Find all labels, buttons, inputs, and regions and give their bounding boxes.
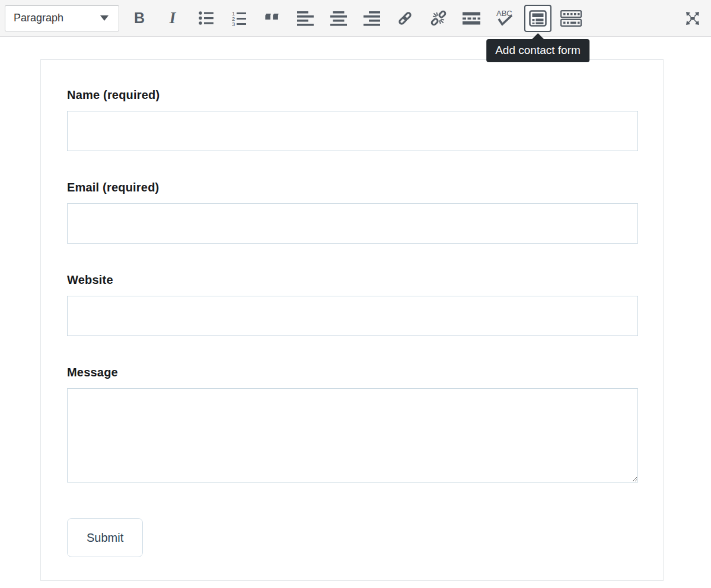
align-left-button[interactable] <box>294 5 317 31</box>
read-more-icon <box>463 11 480 26</box>
spellcheck-icon: ABC <box>494 9 515 27</box>
italic-icon: I <box>170 10 176 26</box>
read-more-button[interactable] <box>460 5 483 31</box>
message-field-label: Message <box>67 366 638 379</box>
blockquote-icon: “ <box>262 14 282 29</box>
align-right-icon <box>364 10 380 26</box>
keyboard-icon <box>560 10 582 27</box>
unlink-icon <box>431 10 447 26</box>
name-field-group: Name (required) <box>67 88 638 151</box>
blockquote-button[interactable]: “ <box>260 5 284 31</box>
message-field-group: Message <box>67 366 638 482</box>
fullscreen-button[interactable] <box>681 5 704 31</box>
numbered-list-button[interactable]: 1 2 3 <box>227 5 251 31</box>
bullet-list-icon <box>198 10 213 26</box>
name-field[interactable] <box>67 111 638 151</box>
chevron-down-icon <box>100 15 109 21</box>
align-right-button[interactable] <box>360 5 384 31</box>
align-center-button[interactable] <box>327 5 350 31</box>
link-button[interactable] <box>393 5 417 31</box>
submit-button[interactable]: Submit <box>67 518 143 557</box>
align-center-icon <box>330 10 347 26</box>
email-field-label: Email (required) <box>67 181 638 194</box>
svg-text:3: 3 <box>232 21 235 27</box>
format-dropdown-label: Paragraph <box>14 12 100 24</box>
website-field-group: Website <box>67 273 638 336</box>
website-field[interactable] <box>67 296 638 336</box>
bullet-list-button[interactable] <box>194 5 218 31</box>
align-left-icon <box>297 10 314 26</box>
bold-icon: B <box>134 11 145 25</box>
bold-button[interactable]: B <box>127 5 151 31</box>
toolbar-buttons: B I 1 2 3 <box>127 5 592 32</box>
numbered-list-icon: 1 2 3 <box>231 10 247 27</box>
format-dropdown[interactable]: Paragraph <box>5 5 119 31</box>
email-field-group: Email (required) <box>67 181 638 244</box>
email-field[interactable] <box>67 203 638 244</box>
link-icon <box>397 11 413 26</box>
keyboard-shortcuts-button[interactable] <box>559 5 583 31</box>
add-contact-form-button[interactable] <box>524 5 551 32</box>
add-contact-form-tooltip: Add contact form <box>486 39 589 62</box>
name-field-label: Name (required) <box>67 88 638 102</box>
italic-button[interactable]: I <box>161 5 184 31</box>
tooltip-label: Add contact form <box>495 44 581 56</box>
editor-toolbar: Paragraph B I 1 2 <box>0 0 711 37</box>
editor-page: Paragraph B I 1 2 <box>0 0 711 588</box>
submit-row: Submit <box>67 518 638 557</box>
message-field[interactable] <box>67 388 638 482</box>
fullscreen-icon <box>683 9 702 28</box>
unlink-button[interactable] <box>426 5 450 31</box>
contact-form-preview: Name (required) Email (required) Website… <box>40 59 664 581</box>
website-field-label: Website <box>67 273 638 287</box>
contact-form-icon <box>529 10 547 27</box>
spellcheck-button[interactable]: ABC <box>493 5 516 31</box>
